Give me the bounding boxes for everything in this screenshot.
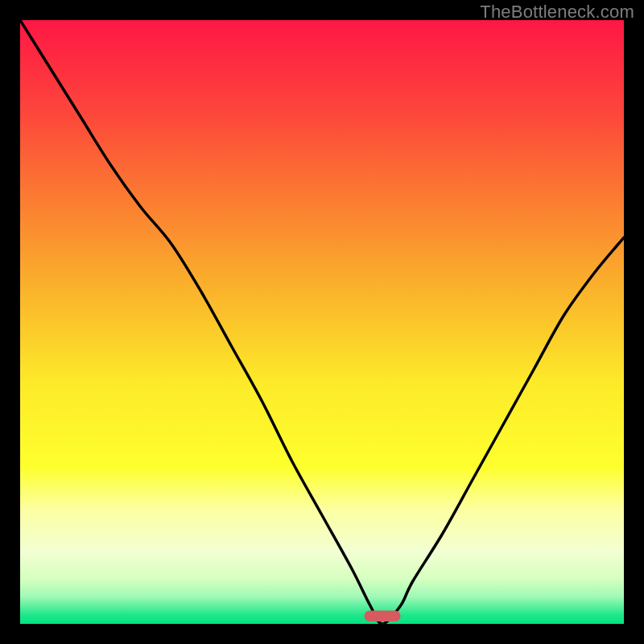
plot-area xyxy=(20,20,624,624)
chart-frame: TheBottleneck.com xyxy=(0,0,644,644)
svg-rect-1 xyxy=(365,611,401,622)
watermark-text: TheBottleneck.com xyxy=(480,2,634,23)
optimum-marker xyxy=(20,20,624,624)
